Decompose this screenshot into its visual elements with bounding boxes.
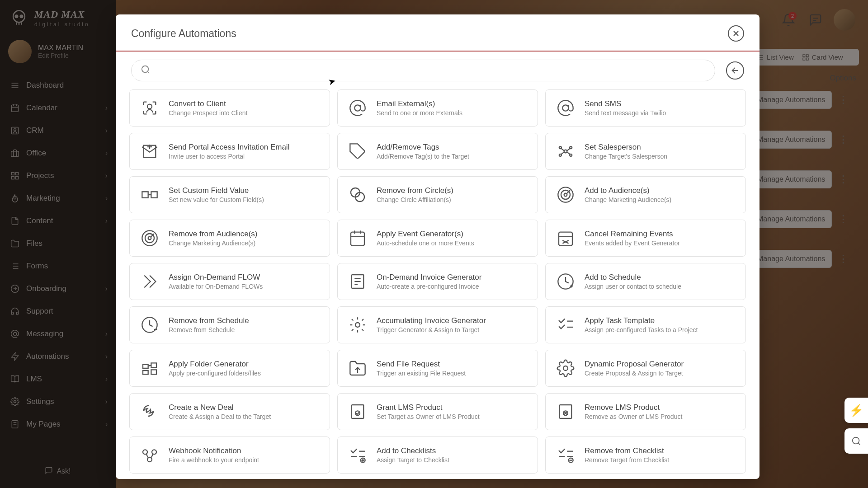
card-icon (555, 271, 576, 292)
card-icon (347, 141, 368, 162)
card-subtitle: Create Proposal & Assign to Target (585, 370, 684, 377)
svg-point-49 (354, 105, 360, 111)
card-icon (347, 227, 368, 249)
svg-point-68 (558, 187, 573, 202)
automation-card-apply-event-generator-s-[interactable]: Apply Event Generator(s) Auto-schedule o… (337, 220, 538, 257)
card-subtitle: Invite user to access Portal (169, 153, 289, 160)
svg-point-98 (355, 411, 360, 415)
svg-rect-64 (151, 192, 157, 197)
card-subtitle: Apply pre-configured folders/files (169, 370, 261, 377)
card-icon (139, 97, 160, 119)
card-subtitle: Auto-create a pre-configured Invoice (377, 283, 481, 290)
automation-cards: Convert to Client Change Prospect into C… (116, 86, 760, 479)
automation-card-cancel-remaining-events[interactable]: Cancel Remaining Events Events added by … (545, 220, 746, 257)
card-icon (555, 314, 576, 336)
card-title: Convert to Client (169, 99, 247, 108)
card-icon (139, 227, 160, 249)
modal-toolbar (116, 52, 760, 86)
card-subtitle: Change Marketing Audience(s) (169, 239, 258, 247)
card-subtitle: Trigger Generator & Assign to Target (377, 326, 486, 333)
automation-card-set-custom-field-value[interactable]: Set Custom Field Value Set new value for… (129, 176, 330, 213)
card-icon (139, 184, 160, 206)
card-icon (555, 357, 576, 379)
card-title: Apply Event Generator(s) (377, 230, 474, 239)
card-subtitle: Change Target's Salesperson (585, 153, 667, 160)
card-icon (139, 357, 160, 379)
automation-card-remove-from-schedule[interactable]: Remove from Schedule Remove from Schedul… (129, 306, 330, 343)
card-icon (347, 444, 368, 466)
card-icon (139, 401, 160, 422)
automation-card-remove-lms-product[interactable]: Remove LMS Product Remove as Owner of LM… (545, 393, 746, 430)
card-icon (555, 141, 576, 162)
automation-card-grant-lms-product[interactable]: Grant LMS Product Set Target as Owner of… (337, 393, 538, 430)
automation-card-on-demand-invoice-generator[interactable]: On-Demand Invoice Generator Auto-create … (337, 263, 538, 300)
card-icon (139, 314, 160, 336)
automation-card-send-sms[interactable]: Send SMS Send text message via Twilio (545, 89, 746, 127)
svg-point-48 (147, 104, 152, 109)
automation-card-dynamic-proposal-generator[interactable]: Dynamic Proposal Generator Create Propos… (545, 350, 746, 387)
back-button[interactable] (726, 61, 744, 80)
card-title: Send SMS (585, 99, 666, 108)
modal-title: Configure Automations (131, 28, 236, 40)
card-icon (347, 401, 368, 422)
card-subtitle: Auto-schedule one or more Events (377, 239, 474, 247)
card-icon (555, 401, 576, 422)
card-title: Add/Remove Tags (377, 143, 469, 152)
automation-card-webhook-notification[interactable]: Webhook Notification Fire a webhook to y… (129, 436, 330, 474)
automation-card-assign-on-demand-flow[interactable]: Assign On-Demand FLOW Available for On-D… (129, 263, 330, 300)
card-title: Remove LMS Product (585, 403, 682, 412)
card-title: Grant LMS Product (377, 403, 480, 412)
card-title: Add to Audience(s) (585, 186, 671, 195)
quick-action-button[interactable]: ⚡ (844, 398, 868, 423)
card-subtitle: Assign user or contact to schedule (585, 283, 681, 290)
card-title: Remove from Circle(s) (377, 186, 453, 195)
automation-card-remove-from-checklist[interactable]: Remove from Checklist Remove Target from… (545, 436, 746, 474)
card-icon (555, 97, 576, 119)
card-icon (139, 271, 160, 292)
automation-card-add-to-schedule[interactable]: Add to Schedule Assign user or contact t… (545, 263, 746, 300)
card-subtitle: Available for On-Demand FLOWs (169, 283, 263, 290)
automation-card-convert-to-client[interactable]: Convert to Client Change Prospect into C… (129, 89, 330, 127)
quick-search-button[interactable] (844, 428, 868, 454)
svg-point-96 (563, 366, 568, 371)
card-title: Assign On-Demand FLOW (169, 273, 263, 282)
close-button[interactable] (728, 25, 744, 42)
card-subtitle: Set new value for Custom Field(s) (169, 196, 264, 203)
card-title: Send Portal Access Invitation Email (169, 143, 289, 152)
card-subtitle: Change Marketing Audience(s) (585, 196, 671, 203)
card-subtitle: Trigger an existing File Request (377, 370, 466, 377)
svg-rect-97 (352, 405, 364, 418)
automation-card-add-to-checklists[interactable]: Add to Checklists Assign Target to Check… (337, 436, 538, 474)
card-title: Apply Task Template (585, 316, 698, 325)
automation-card-send-file-request[interactable]: Send File Request Trigger an existing Fi… (337, 350, 538, 387)
card-title: On-Demand Invoice Generator (377, 273, 481, 282)
card-title: Remove from Schedule (169, 316, 249, 325)
card-subtitle: Set Target as Owner of LMS Product (377, 413, 480, 420)
card-title: Create a New Deal (169, 403, 271, 412)
automation-card-email-external-s-[interactable]: Email External(s) Send to one or more Ex… (337, 89, 538, 127)
search-icon (141, 65, 151, 76)
card-title: Send File Request (377, 360, 466, 369)
automation-card-apply-folder-generator[interactable]: Apply Folder Generator Apply pre-configu… (129, 350, 330, 387)
card-icon (347, 357, 368, 379)
configure-automations-modal: Configure Automations Convert to Client … (116, 14, 760, 479)
automation-card-remove-from-audience-s-[interactable]: Remove from Audience(s) Change Marketing… (129, 220, 330, 257)
search-field[interactable] (131, 60, 715, 81)
automation-card-add-remove-tags[interactable]: Add/Remove Tags Add/Remove Tag(s) to the… (337, 133, 538, 170)
automation-card-send-portal-access-invitation-email[interactable]: Send Portal Access Invitation Email Invi… (129, 133, 330, 170)
svg-line-94 (148, 365, 151, 366)
automation-card-remove-from-circle-s-[interactable]: Remove from Circle(s) Change Circle Affi… (337, 176, 538, 213)
automation-card-apply-task-template[interactable]: Apply Task Template Assign pre-configure… (545, 306, 746, 343)
card-icon (347, 184, 368, 206)
automation-card-accumulating-invoice-generator[interactable]: Accumulating Invoice Generator Trigger G… (337, 306, 538, 343)
automation-card-create-a-new-deal[interactable]: Create a New Deal Create & Assign a Deal… (129, 393, 330, 430)
automation-card-set-salesperson[interactable]: Set Salesperson Change Target's Salesper… (545, 133, 746, 170)
card-subtitle: Assign Target to Checklist (377, 456, 449, 464)
svg-point-91 (355, 323, 360, 327)
svg-rect-78 (559, 232, 572, 246)
automation-card-add-to-audience-s-[interactable]: Add to Audience(s) Change Marketing Audi… (545, 176, 746, 213)
card-subtitle: Add/Remove Tag(s) to the Target (377, 153, 469, 160)
card-title: Accumulating Invoice Generator (377, 316, 486, 325)
search-input[interactable] (156, 66, 706, 75)
card-subtitle: Remove from Schedule (169, 326, 249, 333)
